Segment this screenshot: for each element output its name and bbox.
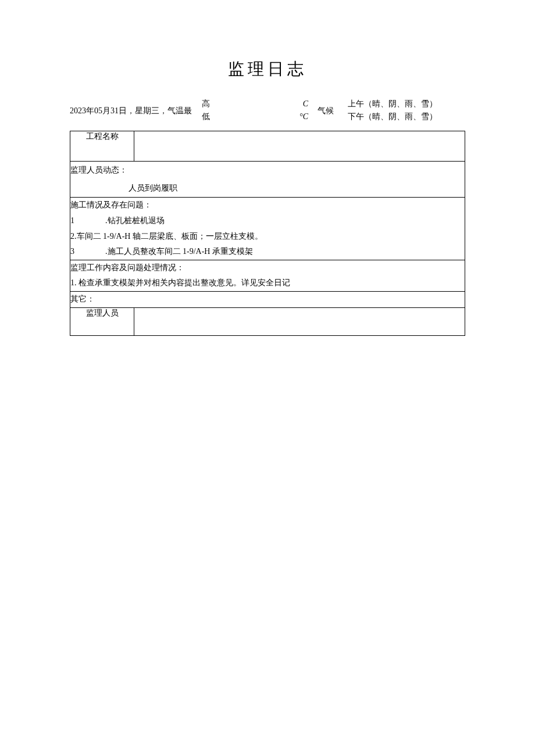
climate-label: 气候 <box>318 103 334 118</box>
temp-low-unit: °C <box>299 110 308 123</box>
temp-low-label: 低 <box>202 110 210 123</box>
dynamic-line: 人员到岗履职 <box>70 180 465 198</box>
temp-high-unit: C <box>303 98 308 110</box>
page-title: 监理日志 <box>70 58 465 80</box>
project-name-value <box>134 131 465 161</box>
supervisor-value <box>134 307 465 335</box>
date-text: 2023年05月31日，星期三，气温最 <box>70 103 192 118</box>
supervision-heading: 监理工作内容及问题处理情况： <box>70 260 465 276</box>
other-cell: 其它： <box>70 291 465 307</box>
log-table: 工程名称 监理人员动态： 人员到岗履职 施工情况及存在问题： 1.钻孔桩桩机退场… <box>70 131 465 336</box>
weather-afternoon: 下午（晴、阴、雨、雪） <box>348 110 465 123</box>
construction-heading: 施工情况及存在问题： <box>70 198 465 213</box>
construction-item-1: 1.钻孔桩桩机退场 <box>70 213 465 229</box>
temp-high-label: 高 <box>202 98 210 110</box>
construction-cell: 施工情况及存在问题： 1.钻孔桩桩机退场 2.车间二 1-9/A-H 轴二层梁底… <box>70 198 465 260</box>
personnel-dynamic-cell: 监理人员动态： 人员到岗履职 <box>70 161 465 198</box>
other-heading: 其它： <box>70 292 465 307</box>
construction-item-3: 3.施工人员整改车间二 1-9/A-H 承重支模架 <box>70 244 465 260</box>
project-name-label: 工程名称 <box>70 131 134 161</box>
weather-morning: 上午（晴、阴、雨、雪） <box>348 98 465 110</box>
dynamic-heading: 监理人员动态： <box>70 162 465 180</box>
construction-item-2: 2.车间二 1-9/A-H 轴二层梁底、板面；一层立柱支模。 <box>70 229 465 245</box>
supervision-item-1: 1. 检查承重支模架并对相关内容提出整改意见。详见安全日记 <box>70 275 465 291</box>
supervision-cell: 监理工作内容及问题处理情况： 1. 检查承重支模架并对相关内容提出整改意见。详见… <box>70 260 465 291</box>
header-info: 2023年05月31日，星期三，气温最 高 低 C °C 气候 上午（晴、阴、雨… <box>70 98 465 124</box>
supervisor-label: 监理人员 <box>70 307 134 335</box>
